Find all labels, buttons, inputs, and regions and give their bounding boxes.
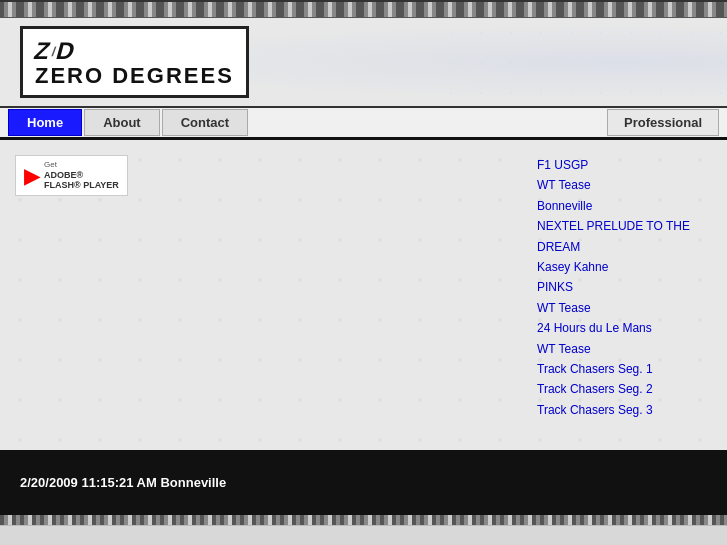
flash-player: FLASH® PLAYER (44, 180, 119, 190)
snowflake-decoration (436, 18, 727, 106)
playlist-item[interactable]: NEXTEL PRELUDE TO THE DREAM (537, 216, 717, 257)
flash-adobe: ADOBE® (44, 170, 83, 180)
playlist-item[interactable]: 24 Hours du Le Mans (537, 318, 717, 338)
top-border (0, 0, 727, 18)
playlist-item[interactable]: WT Tease (537, 298, 717, 318)
playlist-item[interactable]: Track Chasers Seg. 1 (537, 359, 717, 379)
logo-box: Z / D ZERO DEGREES (20, 26, 249, 98)
logo-zd-line: Z / D (35, 37, 234, 65)
timestamp-text: 2/20/2009 11:15:21 AM Bonneville (20, 475, 226, 490)
playlist-item[interactable]: Track Chasers Seg. 3 (537, 400, 717, 420)
nav-professional[interactable]: Professional (607, 109, 719, 136)
header: Z / D ZERO DEGREES (0, 18, 727, 108)
playlist-item[interactable]: Track Chasers Seg. 2 (537, 379, 717, 399)
nav-contact[interactable]: Contact (162, 109, 248, 136)
bottom-panel: 2/20/2009 11:15:21 AM Bonneville (0, 450, 727, 515)
nav-left: Home About Contact (8, 109, 248, 136)
left-panel: ▶ Get ADOBE® FLASH® PLAYER (0, 140, 527, 450)
flash-icon: ▶ (24, 164, 39, 188)
flash-badge[interactable]: ▶ Get ADOBE® FLASH® PLAYER (15, 155, 128, 196)
playlist-item[interactable]: F1 USGP (537, 155, 717, 175)
logo-slash: Z (31, 37, 52, 65)
footer: Copyright © 2011 Zeros.TV All rights res… (0, 525, 727, 545)
nav-home[interactable]: Home (8, 109, 82, 136)
flash-text: Get ADOBE® FLASH® PLAYER (44, 160, 119, 191)
playlist-item[interactable]: WT Tease (537, 175, 717, 195)
navbar: Home About Contact Professional (0, 108, 727, 140)
bottom-stripe (0, 515, 727, 525)
playlist-item[interactable]: Bonneville (537, 196, 717, 216)
logo-main-text: ZERO DEGREES (35, 65, 234, 87)
playlist-item[interactable]: PINKS (537, 277, 717, 297)
right-panel: F1 USGPWT TeaseBonnevilleNEXTEL PRELUDE … (527, 140, 727, 450)
playlist-item[interactable]: Kasey Kahne (537, 257, 717, 277)
playlist-item[interactable]: WT Tease (537, 339, 717, 359)
logo-d: D (54, 37, 78, 65)
main-content: ▶ Get ADOBE® FLASH® PLAYER F1 USGPWT Tea… (0, 140, 727, 450)
playlist: F1 USGPWT TeaseBonnevilleNEXTEL PRELUDE … (537, 155, 717, 420)
flash-get: Get (44, 160, 119, 170)
logo: Z / D ZERO DEGREES (20, 26, 249, 98)
nav-about[interactable]: About (84, 109, 160, 136)
